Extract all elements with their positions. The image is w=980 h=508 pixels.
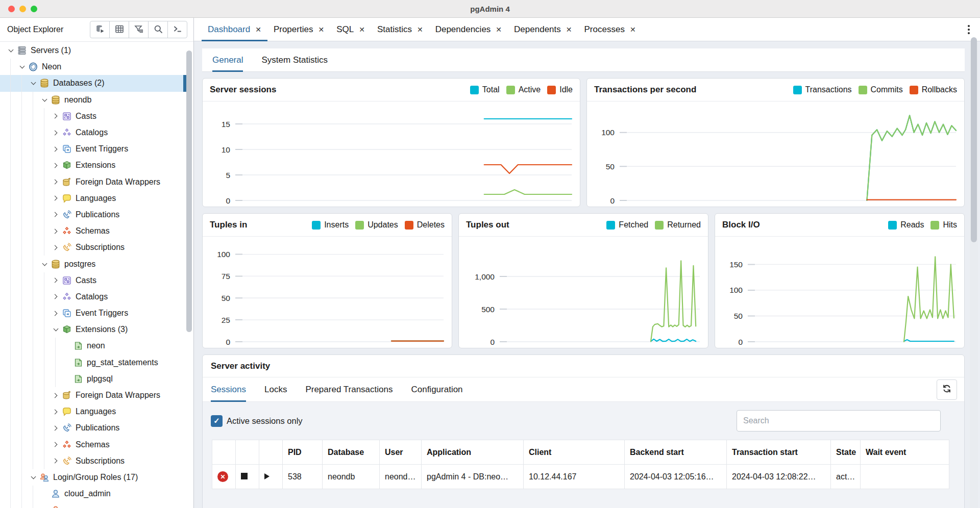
expander-right-icon[interactable] [51,114,60,118]
expander-right-icon[interactable] [51,147,60,151]
column-header-backend-start[interactable]: Backend start [625,440,727,465]
legend-item-hits[interactable]: Hits [930,220,957,230]
tree-item-publications[interactable]: Publications [0,420,187,436]
tree-item-catalogs[interactable]: Catalogs [0,289,187,305]
tree-item-languages[interactable]: Languages [0,403,187,420]
legend-item-inserts[interactable]: Inserts [312,220,349,230]
tree-item-databases-2[interactable]: Databases (2) [0,75,187,91]
search-input[interactable] [737,410,941,431]
tree-item-foreign-data-wrappers[interactable]: Foreign Data Wrappers [0,174,187,190]
tree-item-cloud-admin[interactable]: cloud_admin [0,486,187,502]
terminal-button[interactable] [167,21,187,38]
tree-item-foreign-data-wrappers[interactable]: Foreign Data Wrappers [0,387,187,403]
sidebar-scrollbar[interactable] [186,50,192,332]
zoom-button[interactable] [31,6,37,12]
legend-item-commits[interactable]: Commits [859,85,903,94]
tree-item-postgres[interactable]: postgres [0,256,187,272]
close-tab-icon[interactable]: ✕ [255,26,261,33]
expander-right-icon[interactable] [51,180,60,184]
expander-down-icon[interactable] [40,263,49,265]
tree-item-schemas[interactable]: Schemas [0,437,187,453]
legend-item-active[interactable]: Active [506,85,541,94]
close-button[interactable] [8,6,15,12]
activity-tab-prepared-transactions[interactable]: Prepared Transactions [305,377,393,401]
active-sessions-checkbox[interactable]: ✓ Active sessions only [211,415,303,427]
legend-item-total[interactable]: Total [470,85,500,94]
expander-right-icon[interactable] [51,443,60,446]
column-header-user[interactable]: User [380,440,422,465]
cell-cancel-query[interactable] [236,465,259,489]
expander-right-icon[interactable] [51,164,60,167]
column-header-state[interactable]: State [831,440,861,465]
legend-item-returned[interactable]: Returned [655,220,701,230]
tree-item-subscriptions[interactable]: Subscriptions [0,239,187,256]
legend-item-reads[interactable]: Reads [888,220,924,230]
expander-right-icon[interactable] [51,131,60,135]
close-tab-icon[interactable]: ✕ [417,26,423,33]
tab-sql[interactable]: SQL✕ [330,18,371,41]
close-tab-icon[interactable]: ✕ [566,26,572,33]
column-header-transaction-start[interactable]: Transaction start [727,440,831,465]
expander-down-icon[interactable] [51,328,60,331]
tree-item-subscriptions[interactable]: Subscriptions [0,453,187,469]
tree-item-neondb[interactable]: neondb [0,92,187,108]
expander-down-icon[interactable] [17,66,27,68]
close-tab-icon[interactable]: ✕ [496,26,502,33]
expander-right-icon[interactable] [51,278,60,282]
expander-right-icon[interactable] [51,295,60,298]
column-header-database[interactable]: Database [323,440,380,465]
expander-right-icon[interactable] [51,246,60,249]
tree-item-extensions[interactable]: Extensions [0,157,187,173]
expander-right-icon[interactable] [51,230,60,233]
expander-down-icon[interactable] [6,49,15,52]
legend-item-transactions[interactable]: Transactions [793,85,852,94]
tab-statistics[interactable]: Statistics✕ [371,18,429,41]
close-tab-icon[interactable]: ✕ [318,26,324,33]
expander-down-icon[interactable] [40,99,49,101]
more-menu-icon[interactable] [966,23,972,36]
tab-dependencies[interactable]: Dependencies✕ [429,18,508,41]
expander-right-icon[interactable] [51,394,60,397]
column-header-icon-1[interactable] [236,440,259,465]
tree-item-event-triggers[interactable]: Event Triggers [0,305,187,321]
expander-right-icon[interactable] [51,410,60,414]
filter-button[interactable] [129,21,149,38]
activity-tab-configuration[interactable]: Configuration [411,377,462,401]
tree-item-plpgsql[interactable]: plpgsql [0,371,187,387]
tab-properties[interactable]: Properties✕ [267,18,330,41]
refresh-button[interactable] [937,379,957,400]
column-header-icon-2[interactable] [259,440,283,465]
expander-right-icon[interactable] [51,213,60,216]
expander-right-icon[interactable] [51,426,60,430]
tree-item-pg-stat-statements[interactable]: pg_stat_statements [0,354,187,371]
tab-processes[interactable]: Processes✕ [578,18,642,41]
column-header-icon-0[interactable] [212,440,236,465]
search-button[interactable] [148,21,168,38]
tab-dashboard[interactable]: Dashboard✕ [202,18,267,41]
tree-item-neon[interactable]: neon [0,338,187,354]
cell-expand-row[interactable] [259,465,283,489]
tree-item-schemas[interactable]: Schemas [0,223,187,239]
minimize-button[interactable] [19,6,26,12]
tree-item-event-triggers[interactable]: Event Triggers [0,141,187,157]
close-tab-icon[interactable]: ✕ [359,26,365,33]
cell-terminate-session[interactable]: ✕ [212,465,236,489]
column-header-client[interactable]: Client [524,440,625,465]
tree-item-neon[interactable]: Neon [0,59,187,75]
expander-down-icon[interactable] [29,476,38,478]
legend-item-updates[interactable]: Updates [355,220,398,230]
legend-item-idle[interactable]: Idle [547,85,573,94]
activity-tab-sessions[interactable]: Sessions [211,377,246,401]
tab-dependents[interactable]: Dependents✕ [508,18,578,41]
subtab-system-statistics[interactable]: System Statistics [261,48,327,71]
legend-item-deletes[interactable]: Deletes [405,220,445,230]
server-new-button[interactable] [90,21,110,38]
subtab-general[interactable]: General [212,48,243,71]
main-scrollbar[interactable] [971,37,977,242]
tree-item-publications[interactable]: Publications [0,207,187,223]
activity-tab-locks[interactable]: Locks [264,377,287,401]
column-header-wait-event[interactable]: Wait event [861,440,949,465]
tree-item-servers-1[interactable]: Servers (1) [0,42,187,59]
table-view-button[interactable] [109,21,129,38]
legend-item-fetched[interactable]: Fetched [606,220,648,230]
